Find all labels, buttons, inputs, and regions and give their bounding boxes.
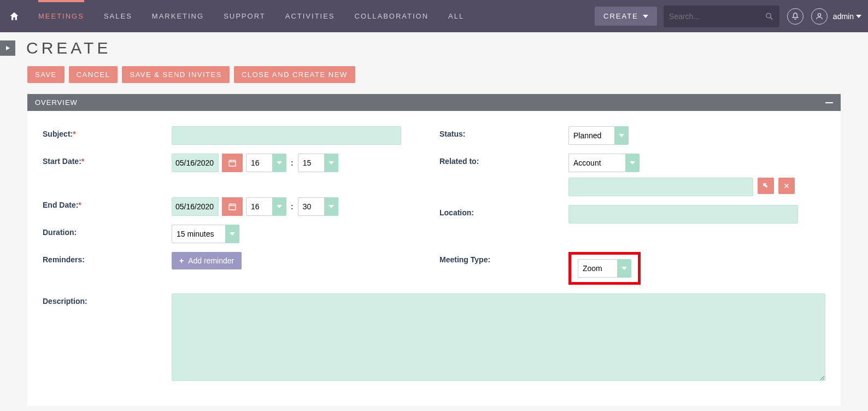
close-icon	[783, 183, 790, 189]
nav-activities[interactable]: ACTIVITIES	[275, 0, 345, 32]
meeting-type-select[interactable]	[578, 259, 631, 278]
reminders-label: Reminders:	[43, 252, 172, 264]
related-to-value-input[interactable]	[568, 178, 753, 196]
notifications-icon[interactable]	[787, 8, 804, 25]
chevron-down-icon[interactable]	[324, 197, 338, 216]
chevron-down-icon	[856, 15, 861, 18]
close-create-new-button[interactable]: CLOSE AND CREATE NEW	[234, 66, 355, 83]
start-date-input[interactable]	[172, 154, 219, 172]
time-separator: :	[290, 158, 295, 167]
duration-label: Duration:	[43, 225, 172, 237]
start-date-calendar-button[interactable]	[222, 154, 243, 172]
calendar-icon	[228, 158, 237, 167]
meeting-type-input[interactable]	[578, 259, 617, 278]
nav-support[interactable]: SUPPORT	[214, 0, 275, 32]
end-date-calendar-button[interactable]	[222, 197, 243, 216]
description-textarea[interactable]	[172, 293, 825, 381]
save-button[interactable]: SAVE	[27, 66, 64, 83]
end-date-input[interactable]	[172, 197, 219, 216]
chevron-down-icon[interactable]	[617, 259, 631, 278]
subject-input[interactable]	[172, 126, 401, 145]
meeting-type-label: Meeting Type:	[439, 252, 568, 264]
status-select[interactable]	[568, 126, 629, 145]
page-subheader: CREATE	[0, 32, 868, 64]
overview-panel-title: OVERVIEW	[35, 98, 78, 107]
chevron-down-icon[interactable]	[625, 154, 640, 172]
nav-marketing[interactable]: MARKETING	[142, 0, 214, 32]
related-to-label: Related to:	[439, 154, 568, 166]
home-icon[interactable]	[7, 9, 22, 24]
nav-collaboration[interactable]: COLLABORATION	[345, 0, 439, 32]
save-send-invites-button[interactable]: SAVE & SEND INVITES	[122, 66, 229, 83]
meeting-type-highlight	[568, 252, 641, 285]
overview-panel-header[interactable]: OVERVIEW	[27, 94, 841, 111]
create-dropdown-button[interactable]: CREATE	[595, 7, 657, 26]
add-reminder-button[interactable]: + Add reminder	[172, 252, 242, 269]
collapse-icon[interactable]	[825, 102, 833, 103]
chevron-down-icon[interactable]	[272, 197, 286, 216]
subject-label: Subject:*	[43, 126, 172, 138]
top-nav-bar: MEETINGS SALES MARKETING SUPPORT ACTIVIT…	[0, 0, 868, 32]
nav-meetings[interactable]: MEETINGS	[28, 0, 94, 32]
location-label: Location:	[439, 205, 568, 217]
svg-rect-3	[229, 160, 236, 166]
nav-all[interactable]: ALL	[438, 0, 474, 32]
cancel-button[interactable]: CANCEL	[69, 66, 118, 83]
location-input[interactable]	[568, 205, 798, 224]
sidebar-toggle-button[interactable]	[0, 40, 15, 56]
add-reminder-label: Add reminder	[188, 256, 234, 265]
user-avatar-icon[interactable]	[811, 8, 828, 25]
time-separator: :	[290, 202, 295, 211]
svg-rect-7	[229, 204, 236, 210]
create-button-label: CREATE	[603, 12, 638, 20]
svg-point-2	[818, 13, 820, 16]
user-name: admin	[833, 12, 854, 21]
start-date-label: Start Date:*	[43, 154, 172, 166]
start-min-input[interactable]	[298, 154, 324, 172]
start-hour-input[interactable]	[246, 154, 272, 172]
start-hour-select[interactable]	[246, 154, 286, 172]
start-min-select[interactable]	[298, 154, 338, 172]
duration-input[interactable]	[172, 225, 225, 243]
search-icon	[765, 11, 774, 22]
action-button-row: SAVE CANCEL SAVE & SEND INVITES CLOSE AN…	[27, 66, 841, 83]
calendar-icon	[228, 202, 237, 211]
search-box[interactable]	[664, 5, 779, 27]
user-menu[interactable]: admin	[833, 12, 861, 21]
svg-point-0	[766, 13, 771, 17]
search-input[interactable]	[669, 12, 765, 21]
overview-panel: OVERVIEW Subject:* Start Date:*	[27, 94, 841, 406]
related-to-type-input[interactable]	[568, 154, 625, 172]
related-to-clear-button[interactable]	[778, 178, 795, 194]
page-title: CREATE	[26, 39, 111, 57]
arrow-up-left-icon	[762, 182, 770, 190]
main-nav: MEETINGS SALES MARKETING SUPPORT ACTIVIT…	[28, 0, 593, 32]
end-min-select[interactable]	[298, 197, 338, 216]
overview-panel-body: Subject:* Start Date:* :	[27, 111, 841, 406]
plus-icon: +	[179, 256, 184, 265]
chevron-down-icon[interactable]	[225, 225, 239, 243]
status-input[interactable]	[568, 126, 614, 145]
status-label: Status:	[439, 126, 568, 138]
end-hour-input[interactable]	[246, 197, 272, 216]
related-to-type-select[interactable]	[568, 154, 640, 172]
chevron-down-icon	[643, 15, 648, 18]
end-min-input[interactable]	[298, 197, 324, 216]
end-date-label: End Date:*	[43, 197, 172, 209]
chevron-down-icon[interactable]	[614, 126, 629, 145]
description-label: Description:	[43, 293, 172, 306]
end-hour-select[interactable]	[246, 197, 286, 216]
svg-line-1	[770, 17, 772, 20]
nav-sales[interactable]: SALES	[94, 0, 142, 32]
chevron-down-icon[interactable]	[272, 154, 286, 172]
related-to-select-button[interactable]	[758, 178, 774, 194]
duration-select[interactable]	[172, 225, 239, 243]
chevron-down-icon[interactable]	[324, 154, 338, 172]
